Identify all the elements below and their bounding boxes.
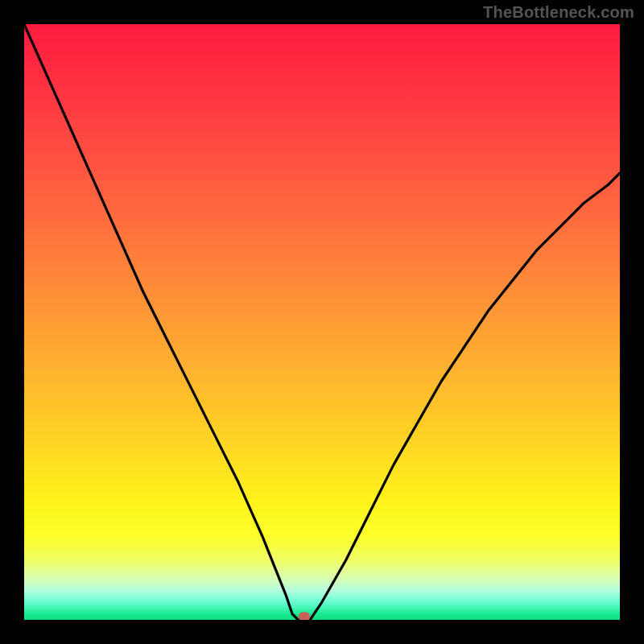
bottleneck-curve-path xyxy=(24,24,620,620)
curve-svg xyxy=(24,24,620,620)
chart-frame: TheBottleneck.com xyxy=(0,0,644,644)
watermark-text: TheBottleneck.com xyxy=(483,3,634,22)
plot-area xyxy=(24,24,620,620)
optimal-point-marker xyxy=(299,613,310,621)
